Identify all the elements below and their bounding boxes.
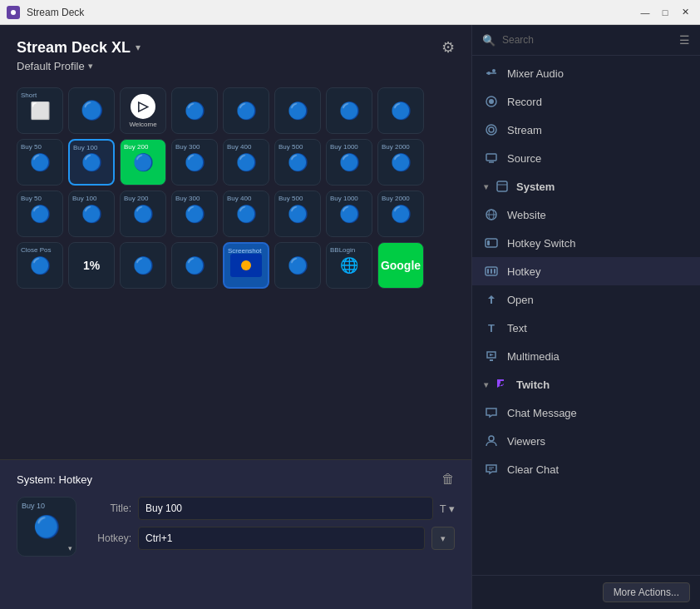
deck-button-buy400-r3[interactable]: Buy 400 🔵: [223, 191, 269, 237]
prop-title: System: Hotkey: [17, 473, 92, 486]
deck-button-r1-2[interactable]: 🔵: [68, 87, 115, 134]
deck-button-buy200-r2-green[interactable]: Buy 200 🔵: [120, 139, 166, 186]
sidebar-item-label-website: Website: [507, 209, 546, 221]
grid-row-3: Buy 50 🔵 Buy 100 🔵 Buy 200 🔵 Buy 300 🔵 B…: [17, 191, 455, 237]
app-icon: [7, 6, 20, 19]
property-panel: System: Hotkey 🗑 Buy 10 🔵 ▾ Title: T ▾: [0, 459, 471, 609]
title-field-input[interactable]: [138, 497, 433, 520]
title-field-row: Title: T ▾: [90, 497, 455, 520]
sidebar-item-label-record: Record: [507, 96, 542, 108]
clear-chat-icon: [484, 462, 499, 477]
sidebar-item-chat-message[interactable]: Chat Message: [472, 399, 700, 427]
sidebar-item-label-chat-message: Chat Message: [507, 407, 577, 419]
deck-button-r4-6[interactable]: 🔵: [274, 242, 321, 289]
prop-preview[interactable]: Buy 10 🔵 ▾: [17, 497, 76, 557]
sidebar-item-label-clear-chat: Clear Chat: [507, 463, 559, 476]
deck-button-buy2000-r3[interactable]: Buy 2000 🔵: [377, 191, 424, 237]
sidebar-item-stream[interactable]: Stream: [472, 116, 700, 144]
maximize-button[interactable]: □: [657, 4, 673, 21]
deck-button-percent[interactable]: 1%: [68, 242, 115, 289]
right-sidebar: 🔍 ☰ Mixer Audio: [471, 25, 700, 609]
deck-button-closepos[interactable]: Close Pos 🔵: [17, 242, 63, 289]
sidebar-item-label-hotkey: Hotkey: [507, 265, 540, 278]
deck-button-buy2000-r2[interactable]: Buy 2000 🔵: [377, 139, 424, 186]
app-title: Stream Deck: [27, 7, 630, 18]
sidebar-item-record[interactable]: Record: [472, 87, 700, 116]
prop-body: Buy 10 🔵 ▾ Title: T ▾ Hotkey: ▾: [17, 497, 455, 557]
deck-button-buy400-r2[interactable]: Buy 400 🔵: [223, 139, 269, 186]
search-icon: 🔍: [482, 34, 495, 47]
more-actions-button[interactable]: More Actions...: [603, 582, 690, 602]
website-icon: [484, 207, 499, 222]
title-bar: Stream Deck — □ ✕: [0, 0, 700, 25]
text-icon: T: [484, 320, 499, 335]
window-controls: — □ ✕: [637, 4, 693, 21]
mixer-audio-icon: [484, 66, 499, 81]
deck-button-r1-8[interactable]: 🔵: [377, 87, 424, 134]
sidebar-list: Mixer Audio Record: [472, 56, 700, 575]
deck-button-buy50-r2[interactable]: Buy 50 🔵: [17, 139, 63, 186]
deck-button-buy100-r2[interactable]: Buy 100 🔵: [68, 139, 115, 186]
record-icon: [484, 94, 499, 109]
sidebar-item-website[interactable]: Website: [472, 201, 700, 229]
sidebar-group-system[interactable]: ▾ System: [472, 172, 700, 201]
deck-button-google[interactable]: Google: [377, 242, 424, 289]
sidebar-group-twitch[interactable]: ▾ Twitch: [472, 370, 700, 399]
grid-row-2: Buy 50 🔵 Buy 100 🔵 Buy 200 🔵 Buy 300 🔵 B…: [17, 139, 455, 186]
hotkey-dropdown-button[interactable]: ▾: [431, 527, 455, 550]
deck-button-r1-5[interactable]: 🔵: [223, 87, 269, 134]
deck-button-buy50-r3[interactable]: Buy 50 🔵: [17, 191, 63, 237]
svg-point-8: [489, 127, 494, 132]
settings-icon[interactable]: ⚙: [441, 38, 455, 57]
stream-icon: [484, 122, 499, 137]
device-dropdown-icon[interactable]: ▾: [136, 42, 140, 53]
deck-button-buy300-r3[interactable]: Buy 300 🔵: [171, 191, 218, 237]
chat-message-icon: [484, 405, 499, 420]
sidebar-item-open[interactable]: Open: [472, 285, 700, 314]
deck-button-welcome[interactable]: ▷ Welcome: [120, 87, 166, 134]
deck-button-buy200-r3[interactable]: Buy 200 🔵: [120, 191, 166, 237]
sidebar-item-hotkey[interactable]: Hotkey: [472, 257, 700, 285]
deck-button-r4-3[interactable]: 🔵: [120, 242, 166, 289]
preview-label: Buy 10: [22, 502, 45, 510]
svg-rect-21: [494, 269, 495, 274]
search-input[interactable]: [502, 34, 673, 46]
deck-button-buy300-r2[interactable]: Buy 300 🔵: [171, 139, 218, 186]
deck-button-r1-7[interactable]: 🔵: [326, 87, 372, 134]
sidebar-item-label-stream: Stream: [507, 124, 542, 136]
deck-button-buy1000-r2[interactable]: Buy 1000 🔵: [326, 139, 372, 186]
profile-dropdown-icon[interactable]: ▾: [88, 61, 93, 72]
sidebar-item-viewers[interactable]: Viewers: [472, 427, 700, 455]
sidebar-item-hotkey-switch[interactable]: Hotkey Switch: [472, 229, 700, 257]
delete-icon[interactable]: 🗑: [441, 472, 455, 487]
profile-label: Default Profile: [17, 60, 85, 72]
viewers-icon: [484, 433, 499, 448]
deck-button-r4-4[interactable]: 🔵: [171, 242, 218, 289]
hotkey-field-input[interactable]: [138, 527, 425, 550]
sidebar-item-mixer-audio[interactable]: Mixer Audio: [472, 59, 700, 87]
deck-button-buy500-r2[interactable]: Buy 500 🔵: [274, 139, 321, 186]
close-button[interactable]: ✕: [677, 4, 693, 21]
grid-row-4: Close Pos 🔵 1% 🔵 🔵 Screenshot: [17, 242, 455, 289]
sidebar-group-twitch-label: Twitch: [516, 379, 550, 391]
title-format-button[interactable]: T ▾: [440, 503, 455, 515]
left-panel: Stream Deck XL ▾ ⚙ Default Profile ▾ Sho…: [0, 25, 471, 609]
sidebar-item-clear-chat[interactable]: Clear Chat: [472, 455, 700, 483]
deck-button-buy100-r3[interactable]: Buy 100 🔵: [68, 191, 115, 237]
source-icon: [484, 151, 499, 166]
deck-button-screenshot[interactable]: Screenshot: [223, 242, 269, 289]
sidebar-menu-icon[interactable]: ☰: [679, 33, 690, 47]
deck-button-r1-6[interactable]: 🔵: [274, 87, 321, 134]
sidebar-item-source[interactable]: Source: [472, 144, 700, 172]
sidebar-item-multimedia[interactable]: Multimedia: [472, 342, 700, 370]
prop-fields: Title: T ▾ Hotkey: ▾: [90, 497, 455, 557]
deck-button-short[interactable]: Short ⬜: [17, 87, 63, 134]
more-actions-bar: More Actions...: [472, 575, 700, 609]
deck-button-bblogin[interactable]: BBLogin 🌐: [326, 242, 372, 289]
deck-button-buy500-r3[interactable]: Buy 500 🔵: [274, 191, 321, 237]
minimize-button[interactable]: —: [637, 4, 653, 21]
svg-marker-24: [490, 354, 494, 356]
sidebar-item-text[interactable]: T Text: [472, 314, 700, 342]
deck-button-buy1000-r3[interactable]: Buy 1000 🔵: [326, 191, 372, 237]
deck-button-r1-4[interactable]: 🔵: [171, 87, 218, 134]
